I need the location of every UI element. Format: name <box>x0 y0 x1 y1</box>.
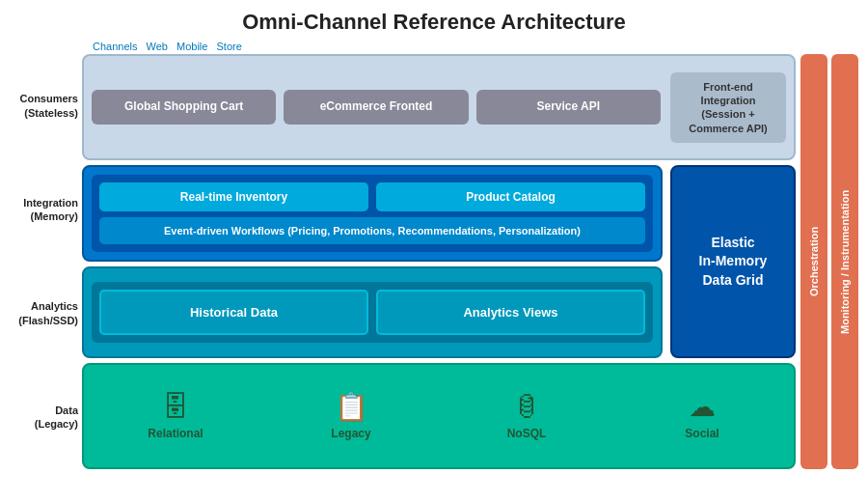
nosql-label: NoSQL <box>507 427 547 440</box>
box-frontend-integration: Front-end Integration (Session + Commerc… <box>670 72 786 143</box>
social-icon: ☁ <box>689 391 716 423</box>
integration-inner: Real-time Inventory Product Catalog Even… <box>92 175 653 252</box>
integration-top: Real-time Inventory Product Catalog <box>99 182 645 211</box>
box-workflows: Event-driven Workflows (Pricing, Promoti… <box>99 217 645 244</box>
row-data: 🗄 Relational 📋 Legacy 🛢 NoSQL ☁ Social <box>82 363 796 469</box>
data-item-nosql: 🛢 NoSQL <box>443 391 610 440</box>
channel-store: Store <box>217 41 242 52</box>
label-integration: Integration(Memory) <box>10 196 78 224</box>
row-consumers: Global Shopping Cart eCommerce Fronted S… <box>82 54 796 160</box>
channels-label: Channels <box>93 41 137 52</box>
ia-left: Real-time Inventory Product Catalog Even… <box>82 165 663 357</box>
box-ecommerce-fronted: eCommerce Fronted <box>284 90 468 125</box>
relational-label: Relational <box>148 427 203 440</box>
data-item-legacy: 📋 Legacy <box>267 391 435 440</box>
channels-row: Channels Web Mobile Store <box>87 41 858 52</box>
channel-mobile: Mobile <box>176 41 207 52</box>
elastic-label: ElasticIn-MemoryData Grid <box>699 234 768 291</box>
bar-monitoring: Monitoring / Instrumentation <box>831 54 858 469</box>
data-item-relational: 🗄 Relational <box>92 391 259 440</box>
box-analytics-views: Analytics Views <box>376 290 645 335</box>
bar-orchestration: Orchestration <box>800 54 827 469</box>
box-product-catalog: Product Catalog <box>376 182 645 211</box>
box-service-api: Service API <box>476 90 661 125</box>
channel-web: Web <box>147 41 168 52</box>
data-item-social: ☁ Social <box>618 391 786 440</box>
box-global-shopping-cart: Global Shopping Cart <box>92 90 276 125</box>
elastic-box: ElasticIn-MemoryData Grid <box>670 165 796 357</box>
nosql-icon: 🛢 <box>513 391 540 423</box>
box-historical-data: Historical Data <box>99 290 368 335</box>
legacy-label: Legacy <box>331 427 370 440</box>
consumers-boxes: Global Shopping Cart eCommerce Fronted S… <box>92 90 661 125</box>
legacy-icon: 📋 <box>335 391 368 423</box>
right-bars: Orchestration Monitoring / Instrumentati… <box>800 54 858 469</box>
left-labels: Consumers(Stateless) Integration(Memory)… <box>10 54 82 469</box>
label-consumers: Consumers(Stateless) <box>10 92 78 120</box>
row-integration: Real-time Inventory Product Catalog Even… <box>82 165 663 262</box>
relational-icon: 🗄 <box>162 391 189 423</box>
monitoring-label: Monitoring / Instrumentation <box>838 189 852 333</box>
row-analytics: Historical Data Analytics Views <box>82 266 663 357</box>
analytics-inner: Historical Data Analytics Views <box>92 282 653 343</box>
orchestration-label: Orchestration <box>807 227 821 296</box>
label-data: Data(Legacy) <box>10 404 78 432</box>
integration-analytics-section: Real-time Inventory Product Catalog Even… <box>82 165 796 357</box>
label-analytics: Analytics(Flash/SSD) <box>10 299 78 327</box>
content-area: Global Shopping Cart eCommerce Fronted S… <box>82 54 796 469</box>
page-title: Omni-Channel Reference Architecture <box>10 10 858 35</box>
box-realtime-inventory: Real-time Inventory <box>99 182 368 211</box>
diagram-outer: Consumers(Stateless) Integration(Memory)… <box>10 54 858 469</box>
social-label: Social <box>685 427 719 440</box>
main-container: Omni-Channel Reference Architecture Chan… <box>0 0 868 502</box>
